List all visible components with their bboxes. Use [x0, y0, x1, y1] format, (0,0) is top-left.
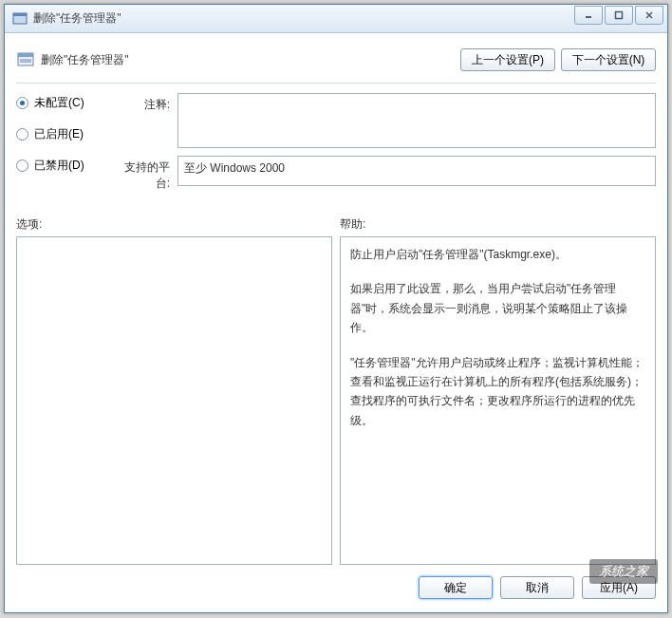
config-section: 未配置(C) 已启用(E) 已禁用(D) 注释: 支持的平台: — [16, 93, 656, 199]
comment-label: 注释: — [111, 93, 177, 148]
titlebar-text: 删除"任务管理器" — [33, 10, 121, 27]
options-panel — [16, 236, 332, 565]
platform-row: 支持的平台: 至少 Windows 2000 — [111, 156, 656, 192]
comment-row: 注释: — [111, 93, 656, 148]
dialog-buttons: 确定 取消 应用(A) — [16, 572, 656, 603]
platform-value: 至少 Windows 2000 — [184, 161, 285, 175]
radio-not-configured[interactable]: 未配置(C) — [16, 95, 111, 111]
minimize-button[interactable] — [574, 6, 603, 25]
apply-button[interactable]: 应用(A) — [582, 576, 656, 599]
policy-title: 删除"任务管理器" — [41, 52, 460, 68]
dialog-content: 删除"任务管理器" 上一个设置(P) 下一个设置(N) 未配置(C) 已启用(E… — [5, 33, 667, 612]
ok-button[interactable]: 确定 — [419, 576, 493, 599]
help-paragraph: 防止用户启动"任务管理器"(Taskmgr.exe)。 — [350, 245, 645, 264]
help-label: 帮助: — [340, 216, 656, 233]
app-icon — [12, 11, 28, 27]
radio-group: 未配置(C) 已启用(E) 已禁用(D) — [16, 93, 111, 199]
prev-setting-button[interactable]: 上一个设置(P) — [460, 48, 555, 71]
radio-label: 已启用(E) — [34, 126, 84, 142]
cancel-button[interactable]: 取消 — [500, 576, 574, 599]
radio-label: 已禁用(D) — [34, 158, 84, 174]
radio-enabled[interactable]: 已启用(E) — [16, 126, 111, 142]
radio-icon — [16, 128, 28, 140]
header-row: 删除"任务管理器" 上一个设置(P) 下一个设置(N) — [16, 43, 656, 77]
comment-textarea[interactable] — [177, 93, 656, 148]
help-panel: 防止用户启动"任务管理器"(Taskmgr.exe)。 如果启用了此设置，那么，… — [340, 236, 656, 565]
svg-rect-1 — [13, 13, 27, 16]
radio-label: 未配置(C) — [34, 95, 84, 111]
divider — [16, 83, 656, 84]
maximize-button[interactable] — [605, 6, 633, 25]
section-labels: 选项: 帮助: — [16, 216, 656, 233]
panels: 防止用户启动"任务管理器"(Taskmgr.exe)。 如果启用了此设置，那么，… — [16, 236, 656, 565]
radio-icon — [16, 97, 28, 109]
svg-rect-3 — [616, 12, 623, 19]
platform-label: 支持的平台: — [111, 156, 177, 192]
radio-icon — [16, 159, 28, 172]
help-paragraph: 如果启用了此设置，那么，当用户尝试启动"任务管理器"时，系统会显示一则消息，说明… — [350, 279, 645, 337]
close-button[interactable] — [635, 6, 663, 25]
dialog-window: 删除"任务管理器" 删除"任务管理器" — [4, 4, 668, 613]
next-setting-button[interactable]: 下一个设置(N) — [561, 48, 656, 71]
window-controls — [574, 6, 663, 25]
policy-icon — [16, 50, 35, 69]
titlebar[interactable]: 删除"任务管理器" — [5, 5, 667, 33]
options-label: 选项: — [16, 216, 332, 233]
help-paragraph: "任务管理器"允许用户启动或终止程序；监视计算机性能；查看和监视正运行在计算机上… — [350, 353, 645, 431]
fields-column: 注释: 支持的平台: 至少 Windows 2000 — [111, 93, 656, 199]
nav-buttons: 上一个设置(P) 下一个设置(N) — [460, 48, 656, 71]
platform-box: 至少 Windows 2000 — [177, 156, 656, 186]
svg-rect-7 — [18, 53, 33, 57]
radio-disabled[interactable]: 已禁用(D) — [16, 158, 111, 174]
